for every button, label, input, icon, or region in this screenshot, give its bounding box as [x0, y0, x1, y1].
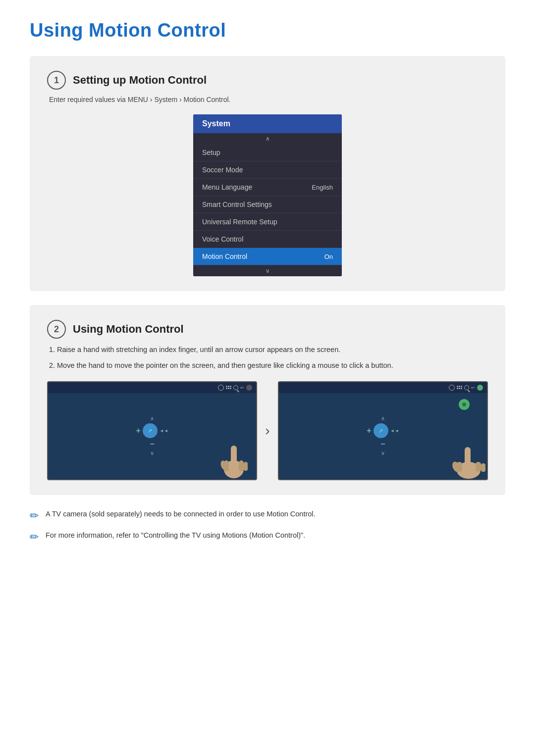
vol-up-1: ∧ [150, 415, 154, 422]
tv-icon-circle-2 [449, 385, 455, 391]
tv-icon-undo-2: ↩ [471, 385, 475, 390]
vol-down-1: ∨ [150, 450, 154, 456]
menu-scroll-up: ∧ [193, 133, 342, 144]
menu-item-motion-control: Motion Control On [193, 248, 342, 265]
vol-down-2: ∨ [381, 450, 385, 456]
menu-item-language: Menu Language English [193, 179, 342, 196]
instructions-list: Raise a hand with stretching an index fi… [47, 345, 488, 371]
instruction-2: Move the hand to move the pointer on the… [57, 360, 488, 371]
tv-icon-magnify-1 [233, 385, 238, 390]
menu-item-soccer: Soccer Mode [193, 161, 342, 179]
menu-item-universal-remote: Universal Remote Setup [193, 213, 342, 231]
step1-title: Setting up Motion Control [73, 74, 207, 87]
tv-icon-circle-1 [218, 385, 224, 391]
breadcrumb-text: Enter required values via MENU › System … [49, 96, 488, 103]
menu-item-voice-control: Voice Control [193, 231, 342, 248]
note-item-1: ✏ A TV camera (sold separately) needs to… [30, 509, 505, 522]
system-menu: System ∧ Setup Soccer Mode Menu Language… [193, 114, 342, 276]
vol-up-2: ∧ [381, 415, 385, 422]
tv-icon-dot-1 [246, 385, 252, 391]
tv-topbar-1: ↩ [48, 382, 256, 393]
tv-body-1: ∧ + ↗ ◄◄ − ∨ [48, 393, 256, 479]
svg-rect-4 [244, 462, 248, 471]
tv-icon-active-dot [477, 385, 483, 391]
tv-body-2: ∧ + ↗ ◄◄ − ∨ [279, 393, 487, 479]
svg-rect-9 [476, 462, 481, 472]
step2-circle: 2 [47, 320, 66, 339]
svg-rect-10 [481, 463, 485, 472]
menu-header: System [193, 114, 342, 133]
page-title: Using Motion Control [30, 20, 505, 41]
hand-before-svg [219, 435, 249, 479]
hand-after-svg [450, 435, 487, 479]
card-setup: 1 Setting up Motion Control Enter requir… [30, 56, 505, 291]
vol-cursor-2: ↗ [374, 423, 388, 438]
vol-cursor-1: ↗ [143, 423, 158, 438]
volume-control-2: ∧ + ↗ ◄◄ − ∨ [367, 415, 399, 456]
instruction-1: Raise a hand with stretching an index fi… [57, 345, 488, 355]
vol-mid-2: + ↗ ◄◄ [367, 423, 399, 438]
note-icon-1: ✏ [30, 509, 39, 522]
tv-icon-grid-2 [457, 386, 462, 389]
menu-item-smart-control: Smart Control Settings [193, 196, 342, 213]
step1-circle: 1 [47, 71, 66, 90]
vol-minus-2: − [380, 440, 385, 449]
step1-header: 1 Setting up Motion Control [47, 71, 488, 90]
vol-minus-1: − [150, 440, 154, 449]
arrow-connector: › [265, 423, 269, 439]
volume-control-1: ∧ + ↗ ◄◄ − ∨ [136, 415, 168, 456]
vol-mid-1: + ↗ ◄◄ [136, 423, 168, 438]
tv-icon-magnify-2 [464, 385, 469, 390]
step2-title: Using Motion Control [73, 323, 184, 336]
notes-section: ✏ A TV camera (sold separately) needs to… [30, 509, 505, 544]
vol-back-1: ◄◄ [160, 428, 168, 433]
note-text-2: For more information, refer to "Controll… [46, 530, 305, 541]
tv-screen-after: ↩ ∧ + ↗ [278, 381, 488, 480]
note-icon-2: ✏ [30, 531, 39, 544]
svg-rect-3 [239, 460, 244, 471]
tv-screens-container: ↩ ∧ + ↗ ◄◄ [47, 381, 488, 480]
card-usage: 2 Using Motion Control Raise a hand with… [30, 305, 505, 495]
menu-item-setup: Setup [193, 144, 342, 161]
tv-icon-undo-1: ↩ [240, 385, 244, 390]
tv-icon-grid-1 [226, 386, 231, 389]
menu-scroll-down: ∨ [193, 265, 342, 276]
svg-rect-1 [231, 446, 237, 465]
note-text-1: A TV camera (sold separately) needs to b… [46, 509, 316, 520]
vol-back-2: ◄◄ [390, 428, 399, 433]
tv-screen-before: ↩ ∧ + ↗ ◄◄ [47, 381, 257, 480]
cursor-indicator [459, 399, 470, 410]
tv-topbar-2: ↩ [279, 382, 487, 393]
note-item-2: ✏ For more information, refer to "Contro… [30, 530, 505, 544]
step2-header: 2 Using Motion Control [47, 320, 488, 339]
svg-rect-7 [465, 447, 471, 468]
